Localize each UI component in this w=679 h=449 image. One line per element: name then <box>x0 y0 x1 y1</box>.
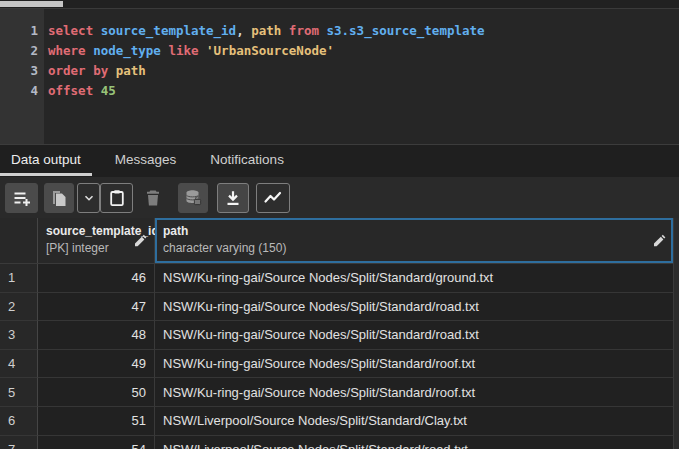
column-header-source-template-id[interactable]: source_template_id [PK] integer <box>38 218 155 263</box>
add-row-button[interactable] <box>5 183 38 213</box>
tab-messages[interactable]: Messages <box>104 145 188 177</box>
editor-gutter: 1234 <box>0 9 44 144</box>
code-line[interactable]: order by path <box>44 61 679 81</box>
sql-editor-panel: 1234 select source_template_id, path fro… <box>0 0 679 144</box>
cell-source-template-id[interactable]: 46 <box>38 264 155 293</box>
graph-visualiser-button[interactable] <box>256 183 290 213</box>
cell-path[interactable]: NSW/Liverpool/Source Nodes/Split/Standar… <box>155 407 674 436</box>
line-number: 1 <box>0 21 44 41</box>
select-all-corner[interactable] <box>0 218 38 263</box>
line-number: 2 <box>0 41 44 61</box>
row-number-cell[interactable]: 1 <box>0 264 38 293</box>
edit-pencil-icon[interactable] <box>652 234 666 248</box>
code-line[interactable]: select source_template_id, path from s3.… <box>44 21 679 41</box>
playlist-add-icon <box>13 189 31 207</box>
cell-source-template-id[interactable]: 51 <box>38 407 155 436</box>
table-row: 146NSW/Ku-ring-gai/Source Nodes/Split/St… <box>0 264 679 293</box>
cell-source-template-id[interactable]: 54 <box>38 436 155 449</box>
tab-notifications[interactable]: Notifications <box>199 145 295 177</box>
cell-path[interactable]: NSW/Ku-ring-gai/Source Nodes/Split/Stand… <box>155 321 674 350</box>
data-output-grid: source_template_id [PK] integer path cha… <box>0 218 679 449</box>
trash-icon <box>145 189 161 207</box>
column-type: character varying (150) <box>163 241 665 255</box>
table-row: 754NSW/Liverpool/Source Nodes/Split/Stan… <box>0 436 679 449</box>
cell-source-template-id[interactable]: 47 <box>38 293 155 322</box>
column-type: [PK] integer <box>46 241 146 255</box>
edit-pencil-icon[interactable] <box>133 234 147 248</box>
table-row: 449NSW/Ku-ring-gai/Source Nodes/Split/St… <box>0 350 679 379</box>
table-row: 651NSW/Liverpool/Source Nodes/Split/Stan… <box>0 407 679 436</box>
grid-header-row: source_template_id [PK] integer path cha… <box>0 218 679 264</box>
editor-horizontal-scrollbar[interactable] <box>0 0 679 9</box>
copy-options-dropdown-button[interactable] <box>77 183 100 213</box>
cell-path[interactable]: NSW/Ku-ring-gai/Source Nodes/Split/Stand… <box>155 264 674 293</box>
paste-rows-button[interactable] <box>100 183 133 213</box>
sql-editor[interactable]: select source_template_id, path from s3.… <box>44 9 679 144</box>
cell-source-template-id[interactable]: 49 <box>38 350 155 379</box>
column-title: path <box>163 224 665 238</box>
result-tabbar: Data outputMessagesNotifications <box>0 144 679 177</box>
table-row: 348NSW/Ku-ring-gai/Source Nodes/Split/St… <box>0 321 679 350</box>
cell-source-template-id[interactable]: 48 <box>38 321 155 350</box>
database-lock-icon <box>184 189 202 207</box>
row-number-cell[interactable]: 3 <box>0 321 38 350</box>
tab-data-output[interactable]: Data output <box>0 145 92 177</box>
row-number-cell[interactable]: 7 <box>0 436 38 449</box>
code-line[interactable]: where node_type like 'UrbanSourceNode' <box>44 41 679 61</box>
cell-source-template-id[interactable]: 50 <box>38 378 155 407</box>
column-title: source_template_id <box>46 224 146 238</box>
cell-path[interactable]: NSW/Ku-ring-gai/Source Nodes/Split/Stand… <box>155 293 674 322</box>
row-number-cell[interactable]: 2 <box>0 293 38 322</box>
save-results-to-file-button[interactable] <box>217 183 249 213</box>
copy-icon <box>50 189 68 207</box>
cell-path[interactable]: NSW/Liverpool/Source Nodes/Split/Standar… <box>155 436 674 449</box>
table-row: 247NSW/Ku-ring-gai/Source Nodes/Split/St… <box>0 293 679 322</box>
grid-body: 146NSW/Ku-ring-gai/Source Nodes/Split/St… <box>0 264 679 449</box>
delete-rows-button <box>138 183 168 213</box>
row-number-cell[interactable]: 5 <box>0 378 38 407</box>
vertical-scrollbar-track[interactable] <box>674 218 679 449</box>
data-output-toolbar <box>0 177 679 218</box>
row-number-cell[interactable]: 4 <box>0 350 38 379</box>
copy-rows-button[interactable] <box>44 183 74 213</box>
line-chart-icon <box>263 190 283 206</box>
chevron-down-icon <box>82 191 96 205</box>
table-row: 550NSW/Ku-ring-gai/Source Nodes/Split/St… <box>0 378 679 407</box>
save-data-changes-button <box>178 183 208 213</box>
cell-path[interactable]: NSW/Ku-ring-gai/Source Nodes/Split/Stand… <box>155 378 674 407</box>
code-line[interactable]: offset 45 <box>44 81 679 101</box>
cell-path[interactable]: NSW/Ku-ring-gai/Source Nodes/Split/Stand… <box>155 350 674 379</box>
horizontal-scrollbar-thumb[interactable] <box>0 1 63 7</box>
row-number-cell[interactable]: 6 <box>0 407 38 436</box>
paste-icon <box>108 189 126 207</box>
column-header-path[interactable]: path character varying (150) <box>155 218 674 263</box>
line-number: 4 <box>0 81 44 101</box>
download-icon <box>224 189 242 207</box>
line-number: 3 <box>0 61 44 81</box>
